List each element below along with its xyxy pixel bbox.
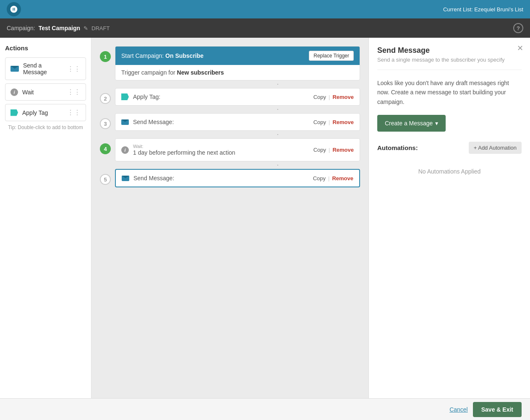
add-automation-button[interactable]: + Add Automation (469, 142, 522, 154)
start-campaign-header: Start Campaign: On Subscribe Replace Tri… (115, 47, 360, 65)
step-2-actions: Copy | Remove (313, 94, 354, 100)
trigger-value: New subscribers (177, 69, 224, 76)
edit-campaign-icon[interactable]: ✎ (84, 25, 88, 31)
sidebar-title: Actions (5, 44, 86, 52)
step-3-copy-button[interactable]: Copy (313, 119, 326, 125)
close-panel-button[interactable]: ✕ (517, 44, 523, 53)
main-layout: Actions Send a Message ⋮⋮ Wait ⋮⋮ Apply … (0, 38, 530, 398)
step-3-actions: Copy | Remove (313, 119, 354, 125)
step-5-label: Send Message: (133, 175, 309, 181)
no-automations-label: No Automations Applied (377, 160, 522, 183)
step-number-4: 4 (100, 143, 111, 154)
start-campaign-label: Start Campaign: On Subscribe (121, 52, 204, 59)
connector-3: • (196, 132, 360, 137)
step-4-copy-button[interactable]: Copy (313, 147, 326, 153)
start-campaign-body: Trigger campaign for New subscribers (115, 65, 360, 80)
wait-sublabel: Wait: (133, 144, 309, 149)
wait-icon (121, 146, 129, 154)
step-number-5: 5 (100, 174, 111, 185)
sidebar: Actions Send a Message ⋮⋮ Wait ⋮⋮ Apply … (0, 38, 91, 398)
cancel-button[interactable]: Cancel (449, 406, 468, 413)
envelope-icon (10, 66, 19, 72)
step-number-3: 3 (100, 118, 111, 129)
draft-badge: DRAFT (91, 25, 110, 31)
campaign-label-prefix: Campaign: (7, 25, 35, 31)
step-5-container: 5 Send Message: Copy | Remove (100, 169, 360, 187)
campaign-bar-left: Campaign: Test Campaign ✎ DRAFT (7, 25, 110, 31)
tag-icon (121, 93, 129, 100)
step-2-copy-button[interactable]: Copy (313, 94, 326, 100)
envelope-icon (122, 176, 129, 181)
step-5-remove-button[interactable]: Remove (332, 175, 353, 181)
step-5-copy-button[interactable]: Copy (313, 175, 326, 181)
wait-icon (10, 88, 18, 96)
sidebar-action-wait[interactable]: Wait ⋮⋮ (5, 83, 86, 101)
sidebar-action-apply-tag[interactable]: Apply Tag ⋮⋮ (5, 104, 86, 121)
right-panel: ✕ Send Message Send a single message to … (368, 38, 530, 398)
bottom-bar: Cancel Save & Exit (0, 398, 530, 420)
right-panel-subtitle: Send a single message to the subscriber … (377, 57, 522, 70)
step-3-container: 3 Send Message: Copy | Remove (100, 113, 360, 131)
step-5-card[interactable]: Send Message: Copy | Remove (115, 169, 360, 187)
sidebar-action-label: Wait (22, 89, 34, 96)
step-2-container: 2 Apply Tag: Copy | Remove (100, 88, 360, 106)
step-1-container: 1 Start Campaign: On Subscribe Replace T… (100, 46, 360, 80)
chevron-down-icon: ▾ (435, 120, 438, 127)
help-button[interactable]: ? (513, 23, 523, 33)
step-4-container: 4 Wait: 1 day before performing the next… (100, 138, 360, 161)
step-number-1: 1 (100, 51, 111, 62)
step-number-2: 2 (100, 93, 111, 104)
step-4-actions: Copy | Remove (313, 147, 354, 153)
sidebar-tip: Tip: Double-click to add to bottom (5, 124, 86, 130)
right-panel-empty-message: Looks like you don't have any draft mess… (377, 78, 522, 106)
sidebar-action-label: Send a Message (23, 62, 63, 75)
start-campaign-value: On Subscribe (165, 52, 204, 59)
right-panel-title: Send Message (377, 46, 522, 55)
wait-main-label: 1 day before performing the next action (133, 149, 235, 156)
sidebar-action-send-message[interactable]: Send a Message ⋮⋮ (5, 57, 86, 80)
drag-handle-icon: ⋮⋮ (67, 88, 81, 96)
tag-icon (10, 109, 18, 116)
sidebar-action-label: Apply Tag (22, 109, 48, 116)
step-3-card[interactable]: Send Message: Copy | Remove (115, 113, 360, 131)
step-4-label: Wait: 1 day before performing the next a… (133, 144, 309, 156)
automations-section: Automations: + Add Automation No Automat… (377, 142, 522, 183)
connector-2: • (196, 106, 360, 112)
top-nav: Current List: Ezequiel Bruni's List (0, 0, 530, 18)
step-2-remove-button[interactable]: Remove (332, 94, 354, 100)
campaign-bar: Campaign: Test Campaign ✎ DRAFT ? (0, 18, 530, 38)
save-exit-button[interactable]: Save & Exit (473, 402, 522, 417)
step-1-card[interactable]: Start Campaign: On Subscribe Replace Tri… (115, 46, 360, 80)
create-message-button[interactable]: Create a Message ▾ (377, 115, 446, 132)
replace-trigger-button[interactable]: Replace Trigger (309, 51, 354, 61)
connector-1: • (196, 81, 360, 87)
step-4-remove-button[interactable]: Remove (332, 147, 354, 153)
drag-handle-icon: ⋮⋮ (67, 65, 81, 73)
drag-handle-icon: ⋮⋮ (67, 109, 81, 117)
step-2-card[interactable]: Apply Tag: Copy | Remove (115, 88, 360, 106)
canvas: 1 Start Campaign: On Subscribe Replace T… (91, 38, 368, 398)
automations-label: Automations: (377, 144, 418, 151)
step-4-card[interactable]: Wait: 1 day before performing the next a… (115, 138, 360, 161)
automations-header: Automations: + Add Automation (377, 142, 522, 154)
envelope-icon (121, 119, 129, 125)
step-5-actions: Copy | Remove (313, 175, 353, 181)
step-3-label: Send Message: (133, 119, 309, 125)
campaign-name: Test Campaign (39, 25, 80, 31)
connector-4: • (196, 162, 360, 168)
current-list-label: Current List: Ezequiel Bruni's List (443, 6, 523, 13)
step-3-remove-button[interactable]: Remove (332, 119, 354, 125)
step-2-label: Apply Tag: (133, 93, 309, 100)
app-logo[interactable] (7, 2, 21, 16)
create-message-label: Create a Message (385, 120, 433, 127)
